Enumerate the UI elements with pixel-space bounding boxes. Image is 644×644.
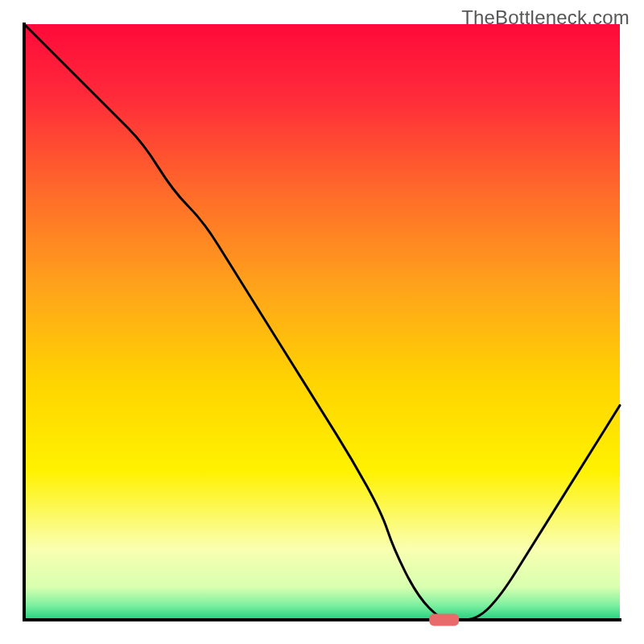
bottleneck-chart [0, 0, 644, 644]
chart-container: TheBottleneck.com [0, 0, 644, 644]
optimal-marker [429, 614, 459, 626]
watermark-text: TheBottleneck.com [461, 6, 630, 29]
